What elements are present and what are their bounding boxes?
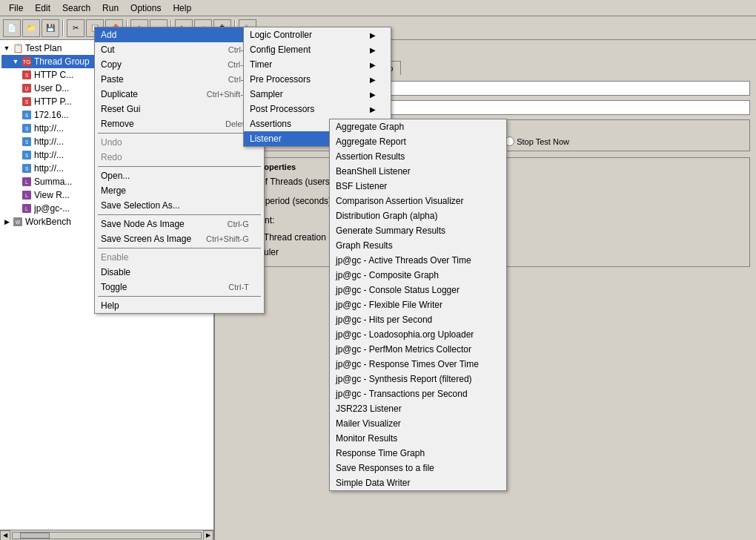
listener-save-responses[interactable]: Save Responses to a file	[330, 461, 506, 475]
submenu-logic-controller[interactable]: Logic Controller ▶	[244, 27, 391, 42]
icon-userdef: U	[21, 82, 33, 94]
listener-assertion-results[interactable]: Assertion Results	[330, 149, 506, 164]
listener-distribution-graph[interactable]: Distribution Graph (alpha)	[330, 208, 506, 223]
icon-testplan: 📋	[12, 42, 24, 54]
toolbar-cut[interactable]: ✂	[67, 19, 84, 37]
menu-item-duplicate[interactable]: Duplicate Ctrl+Shift-C	[95, 87, 264, 102]
tree-label-workbench: WorkBench	[25, 217, 71, 227]
menu-item-save-node[interactable]: Save Node As Image Ctrl-G	[95, 217, 264, 231]
menu-item-copy[interactable]: Copy Ctrl-C	[95, 57, 264, 72]
svg-text:S: S	[25, 113, 29, 118]
menu-item-paste[interactable]: Paste Ctrl-V	[95, 72, 264, 87]
name-input[interactable]	[339, 81, 750, 96]
menu-file[interactable]: File	[3, 1, 29, 15]
menu-item-remove[interactable]: Remove Delete	[95, 116, 264, 131]
listener-distribution-graph-label: Distribution Graph (alpha)	[336, 211, 437, 221]
menu-item-toggle[interactable]: Toggle Ctrl-T	[95, 280, 264, 294]
listener-graph-results-label: Graph Results	[336, 240, 393, 251]
submenu-config-element[interactable]: Config Element ▶	[244, 42, 391, 57]
svg-text:S: S	[25, 99, 29, 105]
listener-jpgc-flexible[interactable]: jp@gc - Flexible File Writer	[330, 297, 506, 312]
menu-help[interactable]: Help	[167, 1, 197, 15]
submenu-timer[interactable]: Timer ▶	[244, 57, 391, 72]
menu-item-add[interactable]: Add ▶	[95, 27, 264, 42]
toolbar-sep1	[62, 20, 64, 36]
menu-item-add-label: Add	[101, 30, 116, 40]
toolbar-open[interactable]: 📁	[22, 19, 40, 37]
menu-item-save-selection-label: Save Selection As...	[101, 200, 180, 211]
menu-item-merge[interactable]: Merge	[95, 183, 264, 198]
toolbar-save[interactable]: 💾	[42, 19, 59, 37]
listener-generate-summary-label: Generate Summary Results	[336, 225, 445, 236]
submenu-post-processors[interactable]: Post Processors ▶	[244, 102, 391, 116]
icon-http1: S	[21, 69, 33, 81]
menu-run[interactable]: Run	[96, 1, 125, 15]
menu-item-help[interactable]: Help	[95, 298, 264, 313]
listener-generate-summary[interactable]: Generate Summary Results	[330, 223, 506, 238]
listener-aggregate-report-label: Aggregate Report	[336, 136, 406, 147]
expand-testplan[interactable]: ▼	[3, 45, 10, 52]
listener-aggregate-graph-label: Aggregate Graph	[336, 122, 404, 132]
menu-item-redo-label: Redo	[101, 152, 122, 162]
listener-jpgc-transactions-label: jp@gc - Transactions per Second	[336, 389, 468, 399]
listener-jpgc-loadosophia-label: jp@gc - Loadosophia.org Uploader	[336, 329, 474, 340]
submenu-pre-processors-arrow: ▶	[370, 76, 376, 84]
listener-beanshell[interactable]: BeanShell Listener	[330, 164, 506, 179]
listener-jpgc-synthesis[interactable]: jp@gc - Synthesis Report (filtered)	[330, 372, 506, 386]
listener-simple-data-writer[interactable]: Simple Data Writer	[330, 475, 506, 490]
listener-comparison-assertion[interactable]: Comparison Assertion Visualizer	[330, 194, 506, 208]
listener-bsf[interactable]: BSF Listener	[330, 179, 506, 194]
expand-workbench[interactable]: ▶	[3, 218, 10, 225]
tree-label-viewres: View R...	[34, 190, 70, 200]
menu-item-undo: Undo	[95, 135, 264, 150]
listener-jpgc-composite[interactable]: jp@gc - Composite Graph	[330, 268, 506, 283]
submenu-pre-processors-label: Pre Processors	[250, 74, 311, 85]
listener-jpgc-hits[interactable]: jp@gc - Hits per Second	[330, 312, 506, 327]
submenu-sampler[interactable]: Sampler ▶	[244, 87, 391, 102]
listener-jpgc-loadosophia[interactable]: jp@gc - Loadosophia.org Uploader	[330, 327, 506, 342]
radio-stop-test-now[interactable]: Stop Test Now	[505, 136, 569, 146]
listener-jpgc-response-times[interactable]: jp@gc - Response Times Over Time	[330, 357, 506, 372]
menu-edit[interactable]: Edit	[29, 1, 56, 15]
submenu-post-processors-label: Post Processors	[250, 104, 314, 114]
menu-item-save-screen[interactable]: Save Screen As Image Ctrl+Shift-G	[95, 231, 264, 246]
listener-jsr223-label: JSR223 Listener	[336, 404, 402, 414]
listener-jpgc-composite-label: jp@gc - Composite Graph	[336, 270, 439, 280]
menu-item-disable[interactable]: Disable	[95, 265, 264, 280]
toolbar-new[interactable]: 📄	[3, 19, 21, 37]
listener-jpgc-console[interactable]: jp@gc - Console Status Logger	[330, 283, 506, 297]
menu-item-open[interactable]: Open...	[95, 168, 264, 183]
submenu-pre-processors[interactable]: Pre Processors ▶	[244, 72, 391, 87]
listener-response-time-graph[interactable]: Response Time Graph	[330, 446, 506, 461]
listener-aggregate-graph[interactable]: Aggregate Graph	[330, 119, 506, 134]
submenu-timer-arrow: ▶	[370, 61, 376, 69]
menu-item-save-selection[interactable]: Save Selection As...	[95, 198, 264, 213]
menu-options[interactable]: Options	[125, 1, 167, 15]
menu-item-cut[interactable]: Cut Ctrl-X	[95, 42, 264, 57]
svg-text:S: S	[25, 73, 29, 78]
expand-threadgroup[interactable]: ▼	[12, 58, 19, 65]
menu-search[interactable]: Search	[56, 1, 96, 15]
svg-text:TG: TG	[22, 59, 30, 65]
scroll-right-btn[interactable]: ▶	[203, 530, 213, 541]
scroll-thumb[interactable]	[20, 533, 50, 539]
comments-input[interactable]	[339, 100, 750, 115]
menu-bar: File Edit Search Run Options Help	[0, 0, 756, 16]
tree-label-ip1: 172.16...	[34, 110, 69, 120]
scroll-left-btn[interactable]: ◀	[0, 530, 10, 541]
listener-aggregate-report[interactable]: Aggregate Report	[330, 134, 506, 149]
listener-jpgc-transactions[interactable]: jp@gc - Transactions per Second	[330, 386, 506, 401]
listener-jsr223[interactable]: JSR223 Listener	[330, 401, 506, 416]
listener-monitor[interactable]: Monitor Results	[330, 431, 506, 446]
submenu-logic-controller-label: Logic Controller	[250, 30, 312, 40]
icon-viewres: L	[21, 189, 33, 201]
listener-mailer[interactable]: Mailer Visualizer	[330, 416, 506, 431]
listener-graph-results[interactable]: Graph Results	[330, 238, 506, 253]
listener-jpgc-active-threads[interactable]: jp@gc - Active Threads Over Time	[330, 253, 506, 268]
listener-jpgc-perfmon[interactable]: jp@gc - PerfMon Metrics Collector	[330, 342, 506, 357]
listener-monitor-label: Monitor Results	[336, 433, 397, 444]
context-menu-edit: Add ▶ Cut Ctrl-X Copy Ctrl-C Paste Ctrl-…	[94, 27, 265, 314]
tree-scrollbar[interactable]: ◀ ▶	[0, 530, 213, 540]
menu-item-open-label: Open...	[101, 171, 130, 181]
menu-item-reset-gui[interactable]: Reset Gui	[95, 102, 264, 116]
